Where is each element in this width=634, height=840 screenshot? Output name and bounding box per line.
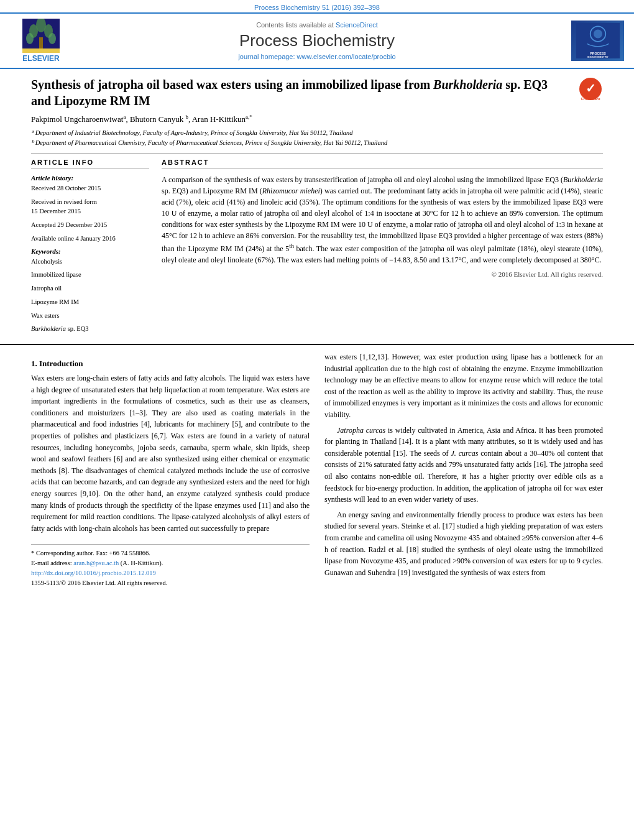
left-column: 1. Introduction Wax esters are long-chai… [31,351,310,588]
keyword-alcoholysis: Alcoholysis [31,257,149,267]
keywords-heading: Keywords: [31,247,149,255]
svg-rect-7 [22,48,60,53]
elsevier-label: ELSEVIER [22,54,59,63]
accepted-date: Accepted 29 December 2015 [31,220,149,230]
keyword-wax: Wax esters [31,311,149,321]
abstract-panel: ABSTRACT A comparison of the synthesis o… [162,159,603,338]
article-title-block: Synthesis of jatropha oil based wax este… [31,76,603,109]
journal-homepage: journal homepage: www.elsevier.com/locat… [72,53,562,60]
journal-header: ELSEVIER Contents lists available at Sci… [0,12,634,69]
issn-line: 1359-5113/© 2016 Elsevier Ltd. All right… [31,578,310,588]
abstract-text: A comparison of the synthesis of wax est… [162,174,603,265]
svg-text:CrossMark: CrossMark [581,97,600,101]
right-column: wax esters [1,12,13]. However, wax ester… [324,351,603,588]
article-info-panel: ARTICLE INFO Article history: Received 2… [31,159,149,338]
keyword-jatropha: Jatropha oil [31,284,149,293]
science-direct-link[interactable]: ScienceDirect [336,21,378,29]
received-revised: Received in revised form 15 December 201… [31,197,149,217]
right-para3: An energy saving and environmentally fri… [324,509,603,579]
received-date: Received 28 October 2015 [31,183,149,193]
svg-point-10 [593,30,602,39]
corresponding-footnote: * Corresponding author. Fax: +66 74 5588… [31,548,310,558]
authors-line: Pakpimol Ungcharoenwiwata, Bhutorn Canyu… [31,114,603,124]
history-heading: Article history: [31,174,149,182]
doi-line: http://dx.doi.org/10.1016/j.procbio.2015… [31,568,310,578]
svg-point-5 [48,33,56,44]
affiliations: ᵃ Department of Industrial Biotechnology… [31,128,603,148]
section-divider [31,153,603,154]
introduction-body-right: wax esters [1,12,13]. However, wax ester… [324,351,603,578]
affiliation-b: ᵇ Department of Pharmaceutical Chemistry… [31,138,603,148]
introduction-heading: 1. Introduction [31,359,310,369]
keyword-burkholderia: Burkholderia sp. EQ3 [31,324,149,334]
svg-text:PROCESS: PROCESS [590,52,606,55]
article-info-abstract: ARTICLE INFO Article history: Received 2… [31,159,603,338]
copyright-line: © 2016 Elsevier Ltd. All rights reserved… [162,270,603,278]
footnote-area: * Corresponding author. Fax: +66 74 5588… [31,544,310,588]
svg-text:BIOCHEMISTRY: BIOCHEMISTRY [587,55,608,58]
svg-point-4 [26,33,34,44]
keyword-lipozyme: Lipozyme RM IM [31,297,149,307]
article-title-text: Synthesis of jatropha oil based wax este… [31,76,578,109]
procbio-logo-container: PROCESS BIOCHEMISTRY [562,21,624,61]
elsevier-logo: ELSEVIER [10,19,72,63]
right-para1: wax esters [1,12,13]. However, wax ester… [324,351,603,421]
introduction-body-left: Wax esters are long-chain esters of fatt… [31,372,310,534]
abstract-heading: ABSTRACT [162,159,603,169]
elsevier-tree-image [22,19,60,53]
journal-reference: Process Biochemistry 51 (2016) 392–398 [0,0,634,12]
svg-text:✓: ✓ [586,81,596,95]
email-link[interactable]: aran.h@psu.ac.th [73,560,119,566]
crossmark-logo: ✓ CrossMark [578,76,603,101]
article-info-heading: ARTICLE INFO [31,159,149,169]
title-synthesis: Synthesis of jatropha oil based wax este… [31,78,548,108]
article-history: Article history: Received 28 October 201… [31,174,149,244]
keywords-section: Keywords: Alcoholysis Immobilized lipase… [31,247,149,335]
main-content: 1. Introduction Wax esters are long-chai… [0,344,634,600]
doi-link[interactable]: http://dx.doi.org/10.1016/j.procbio.2015… [31,570,156,576]
affiliation-a: ᵃ Department of Industrial Biotechnology… [31,128,603,138]
procbio-logo: PROCESS BIOCHEMISTRY [571,21,624,61]
right-para2: Jatropha curcas is widely cultivated in … [324,425,603,505]
two-column-main: 1. Introduction Wax esters are long-chai… [31,351,603,588]
homepage-url[interactable]: www.elsevier.com/locate/procbio [297,53,396,60]
email-footnote: E-mail address: aran.h@psu.ac.th (A. H-K… [31,558,310,568]
keyword-immobilized: Immobilized lipase [31,270,149,280]
available-date: Available online 4 January 2016 [31,234,149,244]
journal-center-info: Contents lists available at ScienceDirec… [72,21,562,60]
intro-para1: Wax esters are long-chain esters of fatt… [31,372,310,534]
article-content: Synthesis of jatropha oil based wax este… [0,69,634,338]
journal-ref-text: Process Biochemistry 51 (2016) 392–398 [254,4,380,11]
journal-title: Process Biochemistry [72,31,562,50]
contents-list-label: Contents lists available at ScienceDirec… [72,21,562,29]
